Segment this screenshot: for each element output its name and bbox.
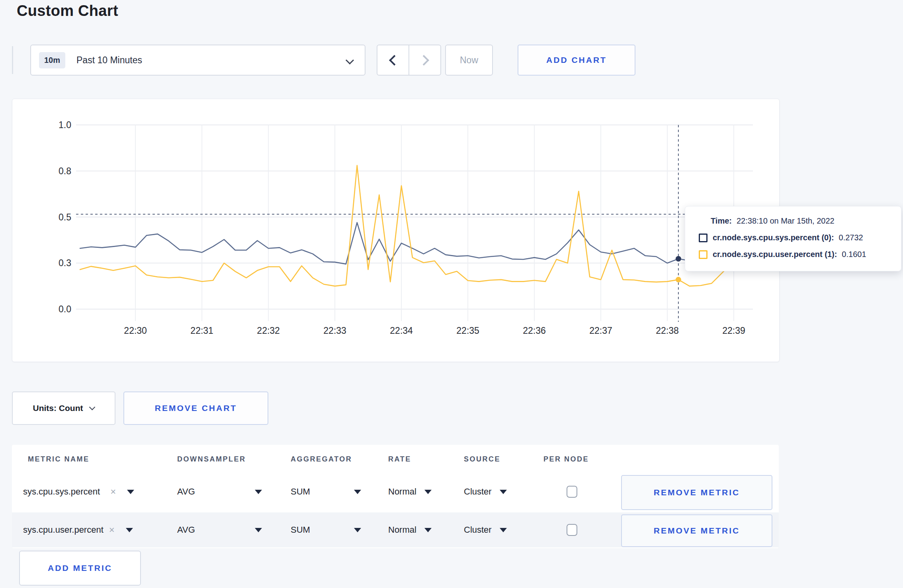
clear-metric-icon[interactable]: × [109,524,115,535]
aggregator-value: SUM [291,525,310,535]
chevron-down-icon [89,404,96,410]
add-metric-button[interactable]: ADD METRIC [19,551,141,586]
remove-metric-button[interactable]: REMOVE METRIC [621,514,772,547]
remove-chart-button[interactable]: REMOVE CHART [123,391,268,425]
time-range-label: Past 10 Minutes [76,55,142,66]
chevron-right-icon [418,55,429,66]
aggregator-select[interactable]: SUM [291,487,361,497]
svg-text:22:30: 22:30 [124,325,147,336]
time-back-button[interactable] [377,45,409,75]
timeseries-chart[interactable]: 0.00.30.50.81.022:3022:3122:3222:3322:34… [12,99,779,362]
units-select[interactable]: Units: Count [12,391,115,425]
tooltip-series-row: cr.node.sys.cpu.sys.percent (0):0.2732 [699,233,901,242]
svg-text:0.0: 0.0 [59,304,71,314]
caret-down-icon [424,528,432,532]
caret-down-icon [255,528,262,532]
svg-text:0.3: 0.3 [59,258,71,268]
svg-text:22:32: 22:32 [257,325,280,336]
sys-series-swatch-icon [699,234,708,242]
caret-down-icon [354,490,361,494]
svg-text:22:36: 22:36 [523,325,546,336]
source-select[interactable]: Cluster [464,525,507,535]
caret-down-icon [424,490,432,494]
svg-text:22:35: 22:35 [456,325,479,336]
caret-down-icon [127,490,134,494]
tooltip-time-row: Time:22:38:10 on Mar 15th, 2022 [711,216,901,226]
caret-down-icon [500,528,507,532]
chevron-down-icon [346,56,354,64]
aggregator-value: SUM [291,487,310,497]
tooltip-series-value: 0.2732 [839,233,863,242]
per-node-checkbox[interactable] [567,524,577,536]
source-value: Cluster [464,525,492,535]
caret-down-icon [354,528,361,532]
metric-row: sys.cpu.sys.percent × AVG SUM Normal Clu… [12,471,779,512]
rate-value: Normal [388,487,416,497]
svg-text:22:38: 22:38 [656,325,679,336]
rate-select[interactable]: Normal [388,525,432,535]
source-select[interactable]: Cluster [464,487,507,497]
svg-text:22:31: 22:31 [190,325,213,336]
chevron-left-icon [389,55,400,66]
chart-hover-tooltip: Time:22:38:10 on Mar 15th, 2022 cr.node.… [685,206,901,271]
units-label: Units: Count [33,403,83,413]
caret-down-icon [126,528,133,532]
downsampler-select[interactable]: AVG [177,525,262,535]
svg-text:22:34: 22:34 [390,325,413,336]
column-header-downsampler: DOWNSAMPLER [177,455,246,463]
remove-metric-button[interactable]: REMOVE METRIC [621,475,772,510]
column-header-source: SOURCE [464,455,500,463]
aggregator-select[interactable]: SUM [291,525,361,535]
svg-text:0.8: 0.8 [59,166,71,176]
rate-select[interactable]: Normal [388,487,432,497]
column-header-per-node: PER NODE [543,455,589,463]
rate-value: Normal [388,525,416,535]
column-header-aggregator: AGGREGATOR [291,455,352,463]
svg-text:0.5: 0.5 [59,212,71,222]
page-title: Custom Chart [17,2,118,19]
metric-name-select[interactable]: sys.cpu.user.percent × [23,524,133,535]
svg-text:22:39: 22:39 [722,325,745,336]
time-forward-button[interactable] [409,45,440,75]
toolbar-divider [12,46,13,74]
metric-name-value: sys.cpu.sys.percent [23,487,100,497]
chart-panel[interactable]: 0.00.30.50.81.022:3022:3122:3222:3322:34… [12,99,780,362]
downsampler-select[interactable]: AVG [177,487,262,497]
tooltip-series-row: cr.node.sys.cpu.user.percent (1):0.1601 [699,250,901,259]
now-button[interactable]: Now [445,45,493,76]
metric-name-value: sys.cpu.user.percent [23,525,104,535]
column-header-metric-name: METRIC NAME [28,455,90,463]
time-range-badge: 10m [39,52,65,68]
caret-down-icon [500,490,507,494]
add-chart-button[interactable]: ADD CHART [518,45,635,76]
user-series-swatch-icon [699,250,708,259]
clear-metric-icon[interactable]: × [110,486,116,497]
caret-down-icon [255,490,262,494]
metric-row: sys.cpu.user.percent × AVG SUM Normal Cl… [12,512,779,547]
tooltip-series-name: cr.node.sys.cpu.sys.percent (0): [713,233,834,242]
svg-text:22:33: 22:33 [323,325,346,336]
tooltip-time-label: Time: [711,216,732,225]
time-nav-group [377,45,441,76]
tooltip-series-value: 0.1601 [842,250,866,259]
metrics-table: METRIC NAME DOWNSAMPLER AGGREGATOR RATE … [12,445,779,548]
svg-text:1.0: 1.0 [59,120,71,130]
metric-name-select[interactable]: sys.cpu.sys.percent × [23,486,134,497]
tooltip-time-value: 22:38:10 on Mar 15th, 2022 [737,216,835,225]
per-node-checkbox[interactable] [567,486,577,498]
time-range-select[interactable]: 10m Past 10 Minutes [30,45,366,76]
source-value: Cluster [464,487,492,497]
svg-text:22:37: 22:37 [589,325,612,336]
tooltip-series-name: cr.node.sys.cpu.user.percent (1): [713,250,837,259]
downsampler-value: AVG [177,487,195,497]
downsampler-value: AVG [177,525,195,535]
column-header-rate: RATE [388,455,411,463]
